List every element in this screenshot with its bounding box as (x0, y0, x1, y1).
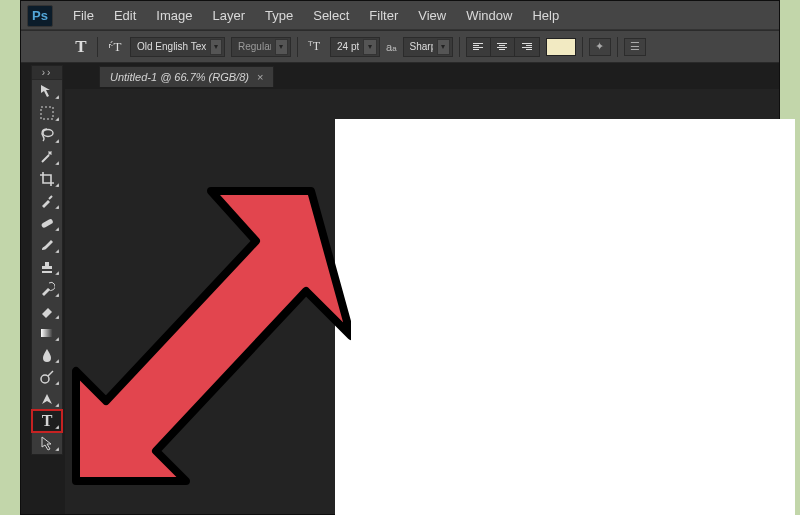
workspace (65, 89, 779, 514)
svg-point-4 (41, 375, 49, 383)
menu-edit[interactable]: Edit (104, 4, 146, 27)
type-tool[interactable]: T (32, 410, 62, 432)
divider (97, 37, 98, 57)
gradient-tool[interactable] (32, 322, 62, 344)
tools-panel: ›› T (31, 65, 63, 455)
tools-panel-grip[interactable]: ›› (32, 66, 62, 80)
align-left-button[interactable] (467, 38, 491, 56)
chevron-down-icon: ▾ (363, 39, 377, 55)
photoshop-window: Ps FileEditImageLayerTypeSelectFilterVie… (20, 0, 780, 515)
chevron-down-icon: ▾ (210, 39, 222, 55)
antialias-value: Sharp (410, 41, 433, 52)
close-icon[interactable]: × (257, 71, 263, 83)
move-tool[interactable] (32, 80, 62, 102)
antialias-label: aa (386, 41, 397, 53)
menu-layer[interactable]: Layer (203, 4, 256, 27)
divider (617, 37, 618, 57)
font-family-value: Old English Text… (137, 41, 206, 52)
menu-filter[interactable]: Filter (359, 4, 408, 27)
type-tool-indicator-icon: T (71, 37, 91, 57)
divider (297, 37, 298, 57)
antialias-dropdown[interactable]: Sharp ▾ (403, 37, 453, 57)
menu-window[interactable]: Window (456, 4, 522, 27)
divider (582, 37, 583, 57)
app-logo: Ps (27, 5, 53, 27)
menu-file[interactable]: File (63, 4, 104, 27)
healing-brush-tool[interactable] (32, 212, 62, 234)
align-center-button[interactable] (491, 38, 515, 56)
lasso-tool[interactable] (32, 124, 62, 146)
align-right-button[interactable] (515, 38, 539, 56)
chevron-down-icon: ▾ (275, 39, 288, 55)
menu-image[interactable]: Image (146, 4, 202, 27)
font-style-dropdown[interactable]: Regular ▾ (231, 37, 291, 57)
history-brush-tool[interactable] (32, 278, 62, 300)
brush-tool[interactable] (32, 234, 62, 256)
options-bar: T ⸄T Old English Text… ▾ Regular ▾ ᵀT 24… (21, 31, 779, 63)
text-color-swatch[interactable] (546, 38, 576, 56)
path-select-tool[interactable] (32, 432, 62, 454)
menu-help[interactable]: Help (522, 4, 569, 27)
text-orientation-icon[interactable]: ⸄T (104, 39, 124, 55)
marquee-tool[interactable] (32, 102, 62, 124)
eyedropper-tool[interactable] (32, 190, 62, 212)
chevron-down-icon: ▾ (437, 39, 450, 55)
document-canvas[interactable] (335, 119, 795, 515)
dodge-tool[interactable] (32, 366, 62, 388)
divider (459, 37, 460, 57)
blur-tool[interactable] (32, 344, 62, 366)
font-size-dropdown[interactable]: 24 pt ▾ (330, 37, 380, 57)
document-tab[interactable]: Untitled-1 @ 66.7% (RGB/8) × (99, 66, 274, 87)
text-align-group (466, 37, 540, 57)
menu-bar: Ps FileEditImageLayerTypeSelectFilterVie… (21, 1, 779, 31)
crop-tool[interactable] (32, 168, 62, 190)
svg-point-1 (43, 130, 53, 137)
svg-rect-2 (41, 218, 54, 228)
eraser-tool[interactable] (32, 300, 62, 322)
pen-tool[interactable] (32, 388, 62, 410)
menu-type[interactable]: Type (255, 4, 303, 27)
character-panel-button[interactable]: ☰ (624, 38, 646, 56)
font-family-dropdown[interactable]: Old English Text… ▾ (130, 37, 225, 57)
document-tab-title: Untitled-1 @ 66.7% (RGB/8) (110, 71, 249, 83)
menu-view[interactable]: View (408, 4, 456, 27)
font-style-value: Regular (238, 41, 271, 52)
quick-select-tool[interactable] (32, 146, 62, 168)
warp-text-button[interactable]: ✦ (589, 38, 611, 56)
document-tab-bar: Untitled-1 @ 66.7% (RGB/8) × (21, 63, 779, 87)
menu-select[interactable]: Select (303, 4, 359, 27)
font-size-icon: ᵀT (304, 39, 324, 54)
font-size-value: 24 pt (337, 41, 359, 52)
svg-rect-3 (41, 329, 53, 337)
clone-stamp-tool[interactable] (32, 256, 62, 278)
app-logo-text: Ps (32, 8, 48, 23)
svg-rect-0 (41, 107, 53, 119)
